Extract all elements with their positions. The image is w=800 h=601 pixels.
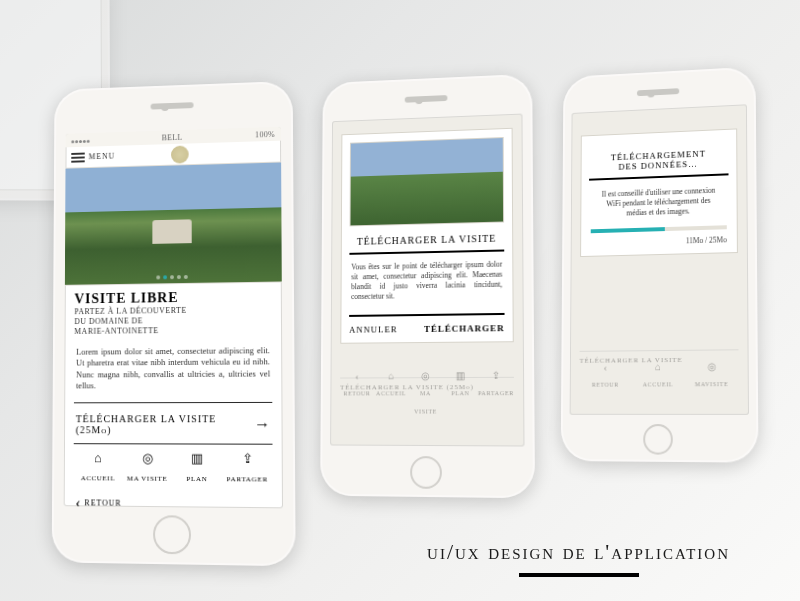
hero-image[interactable] [65,162,282,285]
download-label: TÉLÉCHARGER LA VISITE (25Mo) [76,413,254,435]
modal-body: Vous êtes sur le point de télécharger ip… [349,254,504,315]
share-icon: ⇪ [222,451,273,468]
phone-speaker [637,88,679,96]
menu-label[interactable]: MENU [89,152,116,162]
arrow-right-icon: → [254,415,270,433]
confirm-button[interactable]: TÉLÉCHARGER [424,323,505,334]
tab-partager[interactable]: ⇪PARTAGER [222,451,273,486]
tab-bar: ⌂ACCUEIL ◎MA VISITE ▥PLAN ⇪PARTAGER [74,443,273,488]
ghost-tab-partager: ⇪PARTAGER [478,370,514,418]
ghost-tab-mavisite: ◎MA VISITE [408,370,443,418]
ghost-tabbar: ‹RETOUR ⌂ACCUEIL ◎MA VISITE ▥PLAN ⇪PARTA… [340,370,514,418]
phone-mock-1: BELL 100% MENU VISITE LIBRE PARTEZ À LA … [52,81,296,566]
back-row[interactable]: ‹ RETOUR [64,486,283,508]
ghost-tab-accueil: ⌂ACCUEIL [632,361,685,391]
pin-icon: ◎ [123,450,172,466]
ghost-tab-plan: ▥PLAN [443,370,478,418]
ghost-tab-retour: ‹RETOUR [340,370,374,417]
visite-description: Lorem ipsum dolor sit amet, consectetur … [64,339,282,400]
home-button[interactable] [643,424,673,455]
home-button[interactable] [153,515,191,554]
map-icon: ▥ [172,450,222,466]
ghost-tab-retour: ‹RETOUR [579,361,631,390]
battery-label: 100% [255,129,275,139]
caption-block: ui/ux design de l'application [427,539,730,577]
phone-mock-2: TÉLÉCHARGER LA VISITE Vous êtes sur le p… [320,74,535,499]
ghost-tab-mavisite: ◎MAVISITE [685,361,739,391]
download-modal: TÉLÉCHARGER LA VISITE Vous êtes sur le p… [340,128,513,343]
hamburger-icon[interactable] [71,152,84,162]
carousel-pager[interactable] [156,275,188,279]
home-button[interactable] [410,456,442,489]
modal-thumbnail [350,137,505,226]
carrier-label: BELL [162,132,183,141]
progress-modal: TÉLÉCHARGEMENT DES DONNÉES… Il est conse… [580,128,738,257]
phone-speaker [151,102,194,109]
tab-mavisite[interactable]: ◎MA VISITE [122,450,172,485]
progress-body: Il est conseillé d'utiliser une connexio… [589,177,729,229]
tab-accueil[interactable]: ⌂ACCUEIL [74,450,123,484]
screen-visite: BELL 100% MENU VISITE LIBRE PARTEZ À LA … [64,127,283,509]
caption-underline [519,573,639,577]
phone-speaker [405,95,448,103]
signal-icon [71,135,90,144]
chevron-left-icon: ‹ [75,494,80,508]
caption-text: ui/ux design de l'application [427,539,730,565]
back-label: RETOUR [84,499,121,508]
tab-plan[interactable]: ▥PLAN [172,450,222,485]
phone-mock-3: TÉLÉCHARGEMENT DES DONNÉES… Il est conse… [561,66,759,462]
download-row[interactable]: TÉLÉCHARGER LA VISITE (25Mo) → [74,402,273,444]
app-logo [171,145,189,163]
ghost-tab-accueil: ⌂ACCUEIL [374,370,408,417]
cancel-button[interactable]: ANNULER [349,324,398,334]
modal-title: TÉLÉCHARGER LA VISITE [349,232,504,254]
ghost-tabbar: ‹RETOUR ⌂ACCUEIL ◎MAVISITE [579,361,738,391]
screen-download-progress: TÉLÉCHARGEMENT DES DONNÉES… Il est conse… [570,104,749,415]
screen-download-confirm: TÉLÉCHARGER LA VISITE Vous êtes sur le p… [330,114,524,447]
progress-title: TÉLÉCHARGEMENT DES DONNÉES… [589,148,728,181]
home-icon: ⌂ [74,450,123,466]
visite-subtitle: PARTEZ À LA DÉCOUVERTE DU DOMAINE DE MAR… [74,305,272,337]
